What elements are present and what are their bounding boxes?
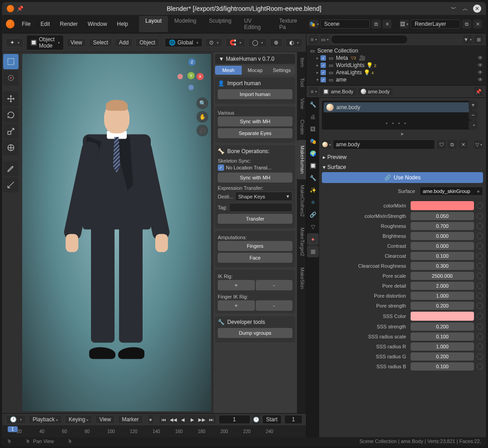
viewlayer-browse-icon[interactable]: 🖼 <box>400 19 409 29</box>
mode-select[interactable]: 🔲 Object Mode <box>26 35 64 50</box>
param-socket-icon[interactable] <box>477 303 483 309</box>
outliner-mode-icon[interactable]: ≡ <box>309 35 318 44</box>
play-rev-icon[interactable]: ◀ <box>178 415 187 424</box>
tool-annotate[interactable] <box>3 161 19 176</box>
vtab-tool[interactable]: Tool <box>297 72 306 92</box>
zoom-icon[interactable]: 🔍 <box>196 97 208 109</box>
jump-start-icon[interactable]: ⏮ <box>159 415 168 424</box>
vtab-makeclothes[interactable]: MakeClothes2 <box>297 179 306 222</box>
pin-panel-icon[interactable]: 📌 <box>474 87 483 96</box>
ptab-render[interactable]: 🔧 <box>307 99 319 111</box>
gizmo-toggle-icon[interactable]: ⊕ <box>270 38 282 47</box>
scene-delete-icon[interactable]: ✕ <box>383 19 392 29</box>
minimize-button[interactable]: ﹀ <box>450 5 458 13</box>
visibility-toggle[interactable]: 👁 <box>478 69 483 76</box>
param-value-input[interactable]: 0.700 <box>411 222 474 230</box>
param-socket-icon[interactable] <box>477 263 483 269</box>
header-view[interactable]: View <box>67 38 86 47</box>
param-socket-icon[interactable] <box>477 202 483 209</box>
outliner-root[interactable]: ▭Scene Collection <box>309 47 483 54</box>
visibility-toggle[interactable]: 👁 <box>478 77 483 83</box>
ptab-constraints[interactable]: 🔗 <box>307 209 319 221</box>
slot-remove-button[interactable]: − <box>469 111 478 120</box>
menu-edit[interactable]: Edit <box>36 19 55 29</box>
material-slot-item[interactable]: ame.body <box>324 102 469 112</box>
import-human-button[interactable]: Import human <box>218 89 292 99</box>
tool-select-box[interactable] <box>3 54 19 69</box>
param-value-input[interactable]: 0.000 <box>411 232 474 240</box>
param-value-input[interactable]: 2.000 <box>411 282 474 290</box>
tool-rotate[interactable] <box>3 107 19 123</box>
tl-view[interactable]: View <box>95 415 115 424</box>
param-socket-icon[interactable] <box>477 273 483 279</box>
surface-panel-header[interactable]: ▾ Surface <box>322 162 483 172</box>
maximize-button[interactable]: ︿ <box>461 5 469 13</box>
ptab-modifiers[interactable]: 🔧 <box>307 172 319 184</box>
viewlayer-copy-icon[interactable]: ⧉ <box>462 19 471 29</box>
filter-icon[interactable]: ▼ <box>463 35 472 44</box>
outliner-item[interactable]: ▸✓▭WorldLights 💡2👁 <box>309 62 483 69</box>
param-socket-icon[interactable] <box>477 223 483 229</box>
sync-with-mh-button[interactable]: Sync with MH <box>218 116 292 126</box>
param-value-input[interactable]: 0.100 <box>411 252 474 260</box>
pivot-icon[interactable]: ⊙ <box>205 38 223 47</box>
tag-input[interactable] <box>229 203 292 212</box>
slot-add-button[interactable]: + <box>469 101 478 110</box>
param-socket-icon[interactable] <box>477 343 483 350</box>
start-frame-input[interactable] <box>284 415 302 424</box>
outliner-item[interactable]: ▸✓▭Meta ▽2 🎥👁 <box>309 54 483 62</box>
ptab-data[interactable]: ▽ <box>307 221 319 233</box>
param-socket-icon[interactable] <box>477 253 483 259</box>
new-collection-icon[interactable]: ⊞ <box>474 35 483 44</box>
next-key-icon[interactable]: ▶▶ <box>197 415 206 424</box>
tool-cursor[interactable] <box>3 70 19 86</box>
dest-select[interactable]: Shape Keys▾ <box>235 192 292 201</box>
param-value-input[interactable]: 0.000 <box>411 242 474 250</box>
ptab-physics[interactable]: ⚛ <box>307 197 319 208</box>
param-color-input[interactable] <box>411 312 474 321</box>
visibility-toggle[interactable]: 👁 <box>478 55 483 61</box>
tab-modeling[interactable]: Modeling <box>168 16 203 32</box>
tool-scale[interactable] <box>3 124 19 139</box>
tl-keying[interactable]: Keying <box>65 415 93 424</box>
param-socket-icon[interactable] <box>477 363 483 370</box>
vtab-makehuman[interactable]: MakeHuman <box>297 140 306 179</box>
transfer-button[interactable]: Transfer <box>218 214 292 224</box>
scene-name-input[interactable] <box>320 19 370 29</box>
axis-neg-icon[interactable] <box>177 74 183 79</box>
axis-x-icon[interactable]: X <box>196 73 204 80</box>
param-value-input[interactable]: 0.200 <box>411 302 474 310</box>
tool-move[interactable] <box>3 91 19 106</box>
shield-icon[interactable]: 🛡 <box>437 140 446 149</box>
axis-neg-icon[interactable] <box>188 85 194 90</box>
material-name-input[interactable] <box>333 140 435 149</box>
param-value-input[interactable]: 0.050 <box>411 212 474 220</box>
editor-type-icon[interactable]: ✦ <box>6 38 24 47</box>
material-browse-icon[interactable] <box>322 140 331 149</box>
param-value-input[interactable]: 1.000 <box>411 292 474 300</box>
param-socket-icon[interactable] <box>477 293 483 299</box>
outliner-item[interactable]: ▸✓▭AreaLights 💡4👁 <box>309 69 483 76</box>
ik-add-button[interactable]: + <box>218 280 255 290</box>
tab-layout[interactable]: Layout <box>139 16 168 32</box>
current-frame-input[interactable] <box>219 415 250 424</box>
surface-shader-select[interactable]: ame.body_skinGroup● <box>420 187 483 196</box>
fingers-button[interactable]: Fingers <box>218 241 292 251</box>
prev-key-icon[interactable]: ◀◀ <box>169 415 178 424</box>
ptab-texture[interactable]: ▦ <box>307 246 319 257</box>
tool-transform[interactable] <box>3 140 19 155</box>
vtab-create[interactable]: Create <box>297 114 306 140</box>
outliner-item[interactable]: ▾✓▭ame👁 <box>309 76 483 83</box>
ptab-particles[interactable]: ✨ <box>307 184 319 196</box>
param-socket-icon[interactable] <box>477 283 483 289</box>
vtab-view[interactable]: View <box>297 93 306 115</box>
ptab-scene[interactable]: 🎭 <box>307 135 319 147</box>
finger-ik-remove-button[interactable]: - <box>256 300 293 311</box>
ptab-viewlayer[interactable]: 🖼 <box>307 123 319 135</box>
jump-end-icon[interactable]: ⏭ <box>207 415 216 424</box>
axis-y-icon[interactable]: Y <box>187 72 195 79</box>
tl-playback[interactable]: Playback <box>29 415 62 424</box>
param-socket-icon[interactable] <box>477 313 483 319</box>
mh-tab-mesh[interactable]: Mesh <box>215 66 242 75</box>
viewlayer-name-input[interactable] <box>411 19 460 29</box>
